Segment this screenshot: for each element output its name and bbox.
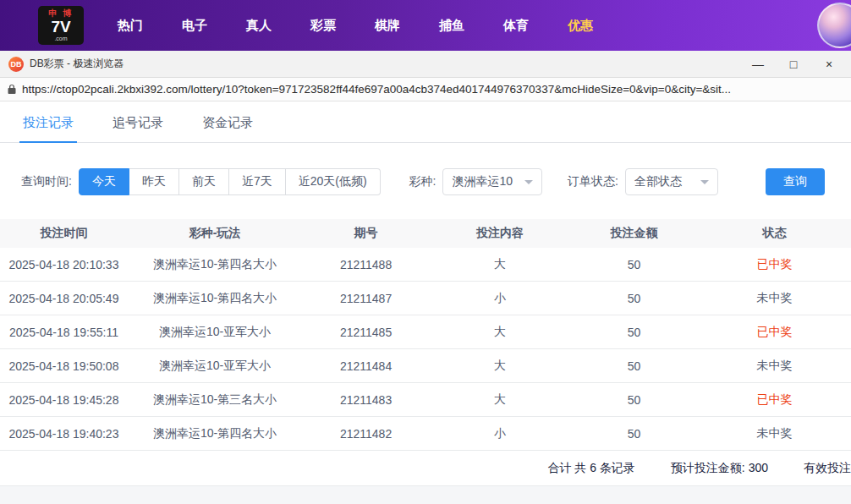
time-option-yesterday[interactable]: 昨天 (129, 168, 179, 195)
time-filter-label: 查询时间: (21, 174, 72, 189)
url-text: https://ctop02pcali.2kbxi392.com/lottery… (22, 83, 731, 96)
amount-cell: 50 (570, 427, 698, 441)
chevron-down-icon (700, 180, 709, 184)
bet-time-cell: 2025-04-18 20:10:33 (0, 258, 128, 271)
amount-cell: 50 (570, 393, 698, 407)
lock-icon[interactable] (7, 84, 17, 95)
issue-cell: 21211487 (302, 292, 430, 305)
header-issue: 期号 (302, 226, 430, 241)
nav-item-live[interactable]: 真人 (246, 18, 272, 34)
record-tabs: 投注记录 追号记录 资金记录 (0, 101, 851, 143)
header-bet-content: 投注内容 (430, 226, 570, 241)
browser-titlebar: DB DB彩票 - 极速浏览器 — □ × (0, 51, 851, 78)
lottery-select[interactable]: 澳洲幸运10 (442, 168, 542, 195)
tab-bet-records[interactable]: 投注记录 (23, 115, 74, 142)
site-logo[interactable]: 申 博 7V .com (38, 6, 84, 45)
game-cell: 澳洲幸运10-第四名大小 (128, 426, 302, 441)
order-status-select[interactable]: 全部状态 (625, 168, 718, 195)
status-cell: 已中奖 (698, 257, 851, 272)
logo-main-text: 7V (51, 19, 70, 35)
nav-item-lottery[interactable]: 彩票 (310, 18, 336, 34)
close-icon[interactable]: × (822, 58, 836, 70)
bet-time-cell: 2025-04-18 19:50:08 (0, 359, 128, 373)
time-option-today[interactable]: 今天 (79, 168, 129, 195)
logo-suffix-text: .com (54, 36, 67, 41)
status-cell: 已中奖 (698, 325, 851, 340)
nav-item-slots[interactable]: 电子 (182, 18, 207, 34)
bet-records-table: 投注时间 彩种-玩法 期号 投注内容 投注金额 状态 2025-04-18 20… (0, 219, 851, 451)
header-game-play: 彩种-玩法 (128, 226, 302, 241)
user-avatar[interactable] (817, 3, 851, 48)
content-cell: 大 (430, 325, 570, 340)
status-cell: 已中奖 (698, 392, 851, 408)
table-row: 2025-04-18 19:40:23 澳洲幸运10-第四名大小 2121148… (0, 417, 851, 451)
time-option-20days[interactable]: 近20天(低频) (286, 168, 381, 195)
main-content: 投注记录 追号记录 资金记录 查询时间: 今天 昨天 前天 近7天 近20天(低… (0, 101, 851, 504)
lottery-filter-label: 彩种: (409, 174, 436, 189)
order-status-value: 全部状态 (634, 174, 682, 189)
issue-cell: 21211488 (302, 258, 430, 271)
amount-cell: 50 (570, 359, 698, 373)
time-option-daybefore[interactable]: 前天 (179, 168, 229, 195)
game-cell: 澳洲幸运10-第四名大小 (128, 291, 302, 306)
status-cell: 未中奖 (698, 359, 851, 374)
content-cell: 小 (430, 426, 570, 441)
nav-item-cards[interactable]: 棋牌 (375, 18, 400, 34)
logo-top-text: 申 博 (49, 9, 74, 18)
table-row: 2025-04-18 20:10:33 澳洲幸运10-第四名大小 2121148… (0, 248, 851, 282)
site-header: 申 博 7V .com 热门 电子 真人 彩票 棋牌 捕鱼 体育 优惠 (0, 0, 851, 51)
time-filter-group: 今天 昨天 前天 近7天 近20天(低频) (79, 168, 381, 195)
time-option-7days[interactable]: 近7天 (229, 168, 286, 195)
table-row: 2025-04-18 19:50:08 澳洲幸运10-亚军大小 21211484… (0, 349, 851, 383)
summary-total: 合计 共 6 条记录 (547, 461, 634, 476)
game-cell: 澳洲幸运10-第三名大小 (128, 392, 302, 408)
issue-cell: 21211485 (302, 326, 430, 339)
table-row: 2025-04-18 20:05:49 澳洲幸运10-第四名大小 2121148… (0, 282, 851, 315)
tab-fund-records[interactable]: 资金记录 (202, 115, 253, 142)
game-cell: 澳洲幸运10-第四名大小 (128, 257, 302, 272)
nav-item-hot[interactable]: 热门 (118, 18, 143, 34)
game-cell: 澳洲幸运10-亚军大小 (128, 359, 302, 374)
amount-cell: 50 (570, 292, 698, 305)
bet-time-cell: 2025-04-18 19:55:11 (0, 326, 128, 339)
header-status: 状态 (698, 226, 851, 241)
table-body: 2025-04-18 20:10:33 澳洲幸运10-第四名大小 2121148… (0, 248, 851, 451)
lottery-select-value: 澳洲幸运10 (452, 174, 513, 189)
summary-bar: 合计 共 6 条记录 预计投注金额: 300 有效投注金额 (0, 451, 851, 486)
content-cell: 小 (430, 291, 570, 306)
status-cell: 未中奖 (698, 291, 851, 306)
issue-cell: 21211483 (302, 393, 430, 407)
summary-expected-amount: 预计投注金额: 300 (671, 461, 768, 476)
minimize-icon[interactable]: — (751, 58, 765, 70)
tab-chase-records[interactable]: 追号记录 (113, 115, 163, 142)
page: 申 博 7V .com 热门 电子 真人 彩票 棋牌 捕鱼 体育 优惠 DB D… (0, 0, 851, 504)
chevron-down-icon (524, 180, 533, 184)
filter-bar: 查询时间: 今天 昨天 前天 近7天 近20天(低频) 彩种: 澳洲幸运10 订… (0, 143, 851, 219)
content-cell: 大 (430, 257, 570, 272)
maximize-icon[interactable]: □ (787, 58, 800, 70)
nav-item-promo[interactable]: 优惠 (568, 18, 593, 34)
amount-cell: 50 (570, 258, 698, 271)
window-controls: — □ × (751, 58, 843, 70)
bet-time-cell: 2025-04-18 20:05:49 (0, 292, 128, 305)
address-bar[interactable]: https://ctop02pcali.2kbxi392.com/lottery… (0, 78, 851, 101)
table-row: 2025-04-18 19:55:11 澳洲幸运10-亚军大小 21211485… (0, 315, 851, 349)
content-cell: 大 (430, 359, 570, 374)
site-nav: 热门 电子 真人 彩票 棋牌 捕鱼 体育 优惠 (118, 18, 593, 34)
status-cell: 未中奖 (698, 426, 851, 441)
issue-cell: 21211482 (302, 427, 430, 441)
bet-time-cell: 2025-04-18 19:45:28 (0, 393, 128, 407)
amount-cell: 50 (570, 326, 698, 339)
status-filter-label: 订单状态: (568, 174, 618, 189)
nav-item-fishing[interactable]: 捕鱼 (439, 18, 464, 34)
bet-time-cell: 2025-04-18 19:40:23 (0, 427, 128, 441)
header-bet-time: 投注时间 (0, 226, 128, 241)
table-header-row: 投注时间 彩种-玩法 期号 投注内容 投注金额 状态 (0, 219, 851, 248)
nav-item-sports[interactable]: 体育 (503, 18, 529, 34)
window-title: DB彩票 - 极速浏览器 (30, 57, 124, 71)
header-bet-amount: 投注金额 (570, 226, 698, 241)
bottom-strip (0, 486, 851, 504)
search-button[interactable]: 查询 (766, 168, 825, 195)
game-cell: 澳洲幸运10-亚军大小 (128, 325, 302, 340)
app-icon: DB (8, 57, 24, 72)
